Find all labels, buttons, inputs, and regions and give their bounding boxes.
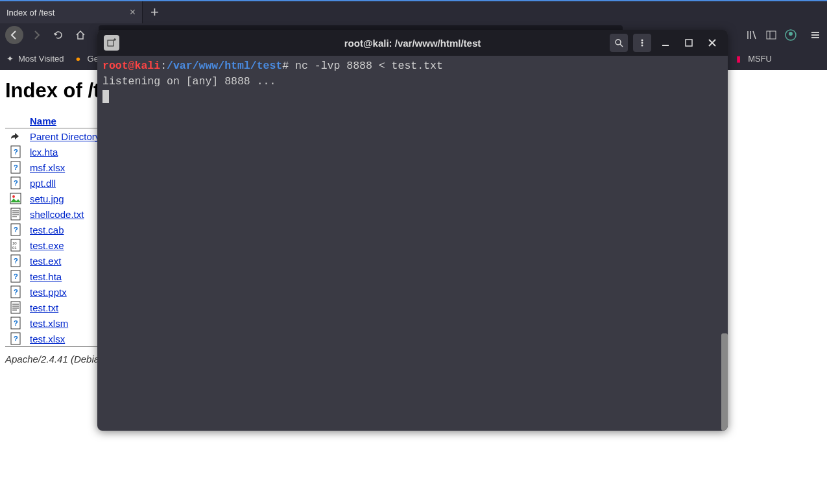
file-link[interactable]: test.cab [30,224,64,235]
svg-point-46 [641,42,643,44]
terminal-output: listening on [any] 8888 ... [102,74,723,90]
bookmark-msfu[interactable]: ▮MSFU [736,54,772,64]
reload-icon [53,30,64,40]
parent-dir-icon [9,130,22,143]
library-icon[interactable] [745,29,758,42]
file-icon: ? [9,270,22,283]
svg-rect-0 [767,31,776,39]
svg-text:?: ? [14,226,18,234]
reload-button[interactable] [49,26,67,44]
terminal-user: root@kali [102,60,160,72]
search-icon [614,38,623,47]
new-tab-button[interactable]: + [150,4,159,21]
svg-point-3 [789,32,793,36]
file-link[interactable]: test.xlsx [30,333,65,344]
file-icon: ? [9,223,22,236]
terminal-scrollbar[interactable] [721,333,728,431]
svg-text:?: ? [14,163,18,171]
file-icon: ? [9,176,22,189]
file-link[interactable]: test.ext [30,256,61,267]
svg-text:10: 10 [12,241,17,245]
file-icon: ? [9,332,22,345]
svg-text:?: ? [14,319,18,327]
browser-tab[interactable]: Index of /test × [0,1,143,23]
terminal-close-button[interactable] [703,34,721,52]
file-link[interactable]: shellcode.txt [30,209,84,220]
svg-rect-31 [11,302,20,313]
svg-point-47 [641,45,643,47]
home-button[interactable] [71,26,90,44]
terminal-title: root@kali: /var/www/html/test [344,38,481,49]
terminal-maximize-button[interactable] [680,34,698,52]
kebab-icon [638,38,647,47]
svg-rect-40 [108,40,114,46]
terminal-command: nc -lvp 8888 < test.txt [289,60,443,72]
parent-directory-link[interactable]: Parent Directory [30,131,100,142]
terminal-new-tab-icon[interactable] [104,35,119,51]
minimize-icon [662,39,669,47]
file-icon: 1001 [9,239,22,252]
bookmark-most-visited[interactable]: ✦Most Visited [6,54,64,64]
terminal-body[interactable]: root@kali:/var/www/html/test# nc -lvp 88… [97,56,728,431]
terminal-search-button[interactable] [610,34,628,52]
file-icon: ? [9,161,22,174]
tab-close-icon[interactable]: × [130,6,136,18]
file-link[interactable]: lcx.hta [30,147,58,158]
tab-title: Index of /test [6,8,54,18]
back-button[interactable] [5,26,23,44]
terminal-titlebar[interactable]: root@kali: /var/www/html/test [97,30,728,56]
terminal-window[interactable]: root@kali: /var/www/html/test root@kali:… [97,30,728,431]
file-icon: ? [9,317,22,330]
close-icon [708,39,716,47]
forward-button[interactable] [27,26,45,44]
svg-point-43 [616,40,621,45]
menu-icon[interactable] [809,29,822,42]
svg-line-44 [620,44,623,47]
terminal-cursor [102,90,109,103]
home-icon [75,30,86,40]
svg-point-14 [12,195,15,198]
svg-text:?: ? [14,288,18,296]
svg-text:?: ? [14,257,18,265]
terminal-menu-button[interactable] [633,34,651,52]
profile-icon[interactable] [784,29,797,42]
svg-point-45 [641,40,643,42]
file-link[interactable]: test.hta [30,271,62,282]
terminal-prompt-line: root@kali:/var/www/html/test# nc -lvp 88… [102,58,723,74]
file-icon [9,301,22,314]
file-icon [9,208,22,221]
svg-rect-15 [11,208,20,220]
file-icon: ? [9,254,22,267]
file-link[interactable]: test.xlsm [30,318,68,329]
terminal-prompt-symbol: # [282,60,289,72]
arrow-left-icon [9,30,19,40]
svg-rect-49 [686,40,692,46]
file-link[interactable]: msf.xlsx [30,162,65,173]
col-name[interactable]: Name [30,115,56,126]
file-link[interactable]: setu.jpg [30,193,64,204]
tab-bar: Index of /test × + [0,0,827,23]
file-icon [9,192,22,205]
sidebar-icon[interactable] [765,29,778,42]
maximize-icon [685,39,693,47]
svg-text:?: ? [14,335,18,342]
svg-text:?: ? [14,179,18,187]
file-link[interactable]: test.txt [30,302,58,313]
file-link[interactable]: ppt.dll [30,178,56,189]
file-icon: ? [9,145,22,158]
file-icon: ? [9,285,22,298]
terminal-minimize-button[interactable] [656,34,675,52]
file-link[interactable]: test.pptx [30,287,67,298]
svg-text:?: ? [14,272,18,280]
terminal-path: /var/www/html/test [167,60,282,72]
svg-text:?: ? [14,148,18,156]
arrow-right-icon [31,30,42,40]
file-link[interactable]: test.exe [30,240,64,251]
svg-text:01: 01 [12,246,17,250]
